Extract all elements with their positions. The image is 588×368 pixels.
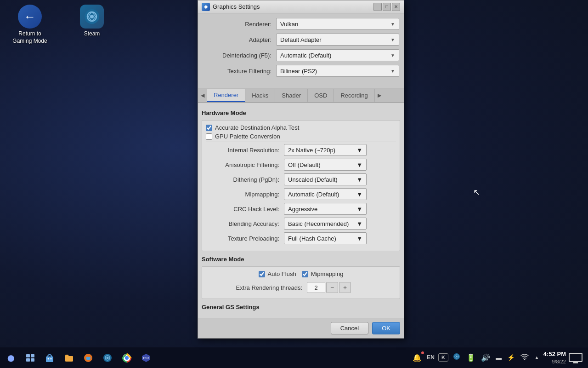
threads-decrement-button[interactable]: − — [326, 282, 338, 293]
renderer-dropdown[interactable]: Vulkan ▼ — [276, 18, 399, 30]
svg-point-14 — [107, 356, 109, 359]
taskbar-firefox-button[interactable] — [79, 349, 97, 367]
tray-expand-icon[interactable]: ▲ — [533, 354, 541, 361]
titlebar-left: ◆ Graphics Settings — [202, 3, 260, 11]
blending-accuracy-dropdown[interactable]: Basic (Recommended) ▼ — [284, 218, 367, 230]
internal-resolution-dropdown[interactable]: 2x Native (~720p) ▼ — [284, 144, 367, 156]
desktop: ← Return to Gaming Mode Steam ◆ Graphics… — [0, 0, 588, 368]
desktop-icon-steam[interactable]: Steam — [71, 5, 113, 38]
crc-hack-row: CRC Hack Level: Aggressive ▼ — [206, 203, 396, 215]
minimize-button[interactable]: _ — [373, 3, 382, 11]
gpu-palette-label: GPU Palette Conversion — [215, 133, 280, 140]
extra-threads-input[interactable] — [307, 282, 325, 293]
svg-rect-7 — [46, 356, 53, 362]
tab-osd[interactable]: OSD — [308, 89, 334, 102]
taskbar-rpcs3-button[interactable]: PS3 — [137, 349, 155, 367]
adapter-dropdown[interactable]: Default Adapter ▼ — [276, 34, 399, 46]
taskbar-files-button[interactable] — [60, 349, 78, 367]
tab-recording[interactable]: Recording — [334, 89, 374, 102]
cancel-button[interactable]: Cancel — [331, 322, 368, 334]
accurate-dest-alpha-row: Accurate Destination Alpha Test — [206, 124, 396, 131]
volume-icon[interactable]: 🔊 — [480, 352, 492, 363]
deinterlacing-dropdown[interactable]: Automatic (Default) ▼ — [276, 49, 399, 61]
renderer-arrow-icon: ▼ — [390, 22, 395, 27]
language-badge[interactable]: EN — [426, 354, 435, 361]
extra-threads-row: Extra Rendering threads: − + — [206, 282, 396, 293]
renderer-value: Vulkan — [280, 21, 298, 28]
tab-hacks[interactable]: Hacks — [245, 89, 275, 102]
anisotropic-filtering-value: Off (Default) — [288, 161, 321, 168]
hardware-mode-header: Hardware Mode — [202, 109, 400, 117]
accurate-dest-alpha-checkbox[interactable] — [206, 125, 212, 131]
svg-rect-5 — [26, 358, 30, 362]
mipmapping-dropdown[interactable]: Automatic (Default) ▼ — [284, 188, 367, 200]
steam-tray-icon[interactable] — [451, 351, 462, 363]
tab-shader[interactable]: Shader — [275, 89, 308, 102]
adapter-row: Adapter: Default Adapter ▼ — [203, 34, 399, 46]
taskbar-left: ⬤ — [2, 349, 155, 367]
mipmapping-row: Mipmapping: Automatic (Default) ▼ — [206, 188, 396, 200]
dithering-row: Dithering (PgDn): Unscaled (Default) ▼ — [206, 173, 396, 185]
clock-date: 9/8/22 — [543, 358, 566, 365]
tab-bar: ◀ Renderer Hacks Shader OSD Recording ▶ — [198, 88, 404, 103]
blending-accuracy-value: Basic (Recommended) — [288, 220, 349, 227]
texture-filtering-dropdown[interactable]: Bilinear (PS2) ▼ — [276, 65, 399, 77]
crc-hack-arrow-icon: ▼ — [356, 206, 362, 213]
accurate-dest-alpha-label: Accurate Destination Alpha Test — [215, 124, 299, 131]
texture-filtering-label: Texture Filtering: — [203, 68, 276, 75]
dithering-dropdown[interactable]: Unscaled (Default) ▼ — [284, 173, 367, 185]
cursor: ↖ — [473, 187, 480, 197]
dialog-titlebar: ◆ Graphics Settings _ □ ✕ — [198, 0, 404, 13]
taskbar-store-button[interactable] — [40, 349, 59, 367]
mipmapping-soft-checkbox[interactable] — [302, 271, 308, 277]
taskbar-task-manager-button[interactable] — [21, 349, 40, 367]
svg-point-8 — [48, 358, 49, 359]
mipmapping-arrow-icon: ▼ — [356, 191, 362, 198]
dithering-arrow-icon: ▼ — [356, 176, 362, 183]
texture-preloading-arrow-icon: ▼ — [356, 235, 362, 242]
auto-flush-checkbox[interactable] — [259, 271, 265, 277]
show-desktop-button[interactable] — [569, 353, 582, 362]
taskbar-clock: 4:52 PM 9/8/22 — [543, 350, 566, 366]
soft-mode-checkboxes-row: Auto Flush Mipmapping — [206, 270, 396, 279]
texture-preloading-row: Texture Preloading: Full (Hash Cache) ▼ — [206, 232, 396, 244]
maximize-button[interactable]: □ — [383, 3, 391, 11]
renderer-label: Renderer: — [203, 21, 276, 28]
renderer-row: Renderer: Vulkan ▼ — [203, 18, 399, 30]
steam-app-icon — [80, 5, 104, 29]
taskbar-workspace-button[interactable]: ⬤ — [2, 349, 20, 367]
software-mode-box: Auto Flush Mipmapping Extra Rendering th… — [202, 266, 400, 299]
threads-increment-button[interactable]: + — [339, 282, 351, 293]
tab-renderer[interactable]: Renderer — [207, 89, 245, 102]
desktop-icon-return-gaming[interactable]: ← Return to Gaming Mode — [9, 5, 51, 45]
tab-next-button[interactable]: ▶ — [375, 88, 384, 102]
anisotropic-filtering-dropdown[interactable]: Off (Default) ▼ — [284, 159, 367, 171]
hardware-mode-box: Accurate Destination Alpha Test GPU Pale… — [202, 120, 400, 251]
svg-rect-6 — [31, 358, 34, 362]
close-button[interactable]: ✕ — [392, 3, 400, 11]
svg-point-2 — [90, 15, 94, 18]
taskbar-steam-button[interactable] — [98, 349, 117, 367]
tab-prev-button[interactable]: ◀ — [198, 88, 207, 102]
wifi-icon[interactable] — [519, 352, 530, 363]
ok-button[interactable]: OK — [372, 322, 400, 334]
dialog-app-icon: ◆ — [202, 3, 210, 11]
texture-preloading-dropdown[interactable]: Full (Hash Cache) ▼ — [284, 232, 367, 244]
steam-label: Steam — [84, 30, 100, 38]
svg-point-22 — [524, 359, 525, 361]
keyboard-icon[interactable]: K — [438, 353, 448, 362]
gpu-palette-checkbox[interactable] — [206, 133, 212, 140]
battery-full-icon[interactable]: 🔋 — [465, 352, 477, 363]
graphics-settings-dialog: ◆ Graphics Settings _ □ ✕ Renderer: Vulk… — [198, 0, 404, 339]
blending-accuracy-arrow-icon: ▼ — [356, 220, 362, 227]
taskbar: ⬤ — [0, 347, 588, 368]
crc-hack-dropdown[interactable]: Aggressive ▼ — [284, 203, 367, 215]
deinterlacing-label: Deinterlacing (F5): — [203, 52, 276, 59]
battery2-icon[interactable]: ▬ — [494, 353, 503, 362]
taskbar-chrome-button[interactable] — [118, 349, 136, 367]
notification-bell-icon[interactable]: 🔔 — [411, 352, 423, 363]
extra-threads-stepper: − + — [307, 282, 351, 293]
extra-threads-label: Extra Rendering threads: — [206, 284, 307, 291]
bluetooth-icon[interactable]: ⚡ — [506, 353, 516, 362]
texture-filtering-row: Texture Filtering: Bilinear (PS2) ▼ — [203, 65, 399, 77]
